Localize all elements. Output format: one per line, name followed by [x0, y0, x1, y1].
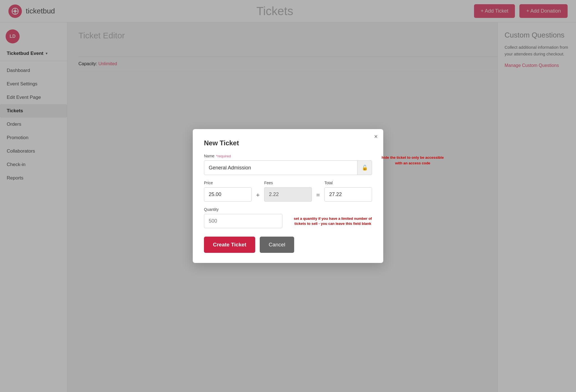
price-input[interactable]: [204, 187, 252, 202]
name-input[interactable]: [204, 161, 357, 175]
total-section: Total: [324, 181, 372, 202]
modal-actions: Create Ticket Cancel: [204, 237, 372, 253]
name-required-label: *required: [216, 154, 231, 158]
lock-annotation: hide the ticket to only be accessible wi…: [380, 155, 445, 166]
create-ticket-button[interactable]: Create Ticket: [204, 237, 255, 253]
price-fees-total-row: Price + Fees = Total: [204, 181, 372, 202]
quantity-label: Quantity: [204, 207, 372, 212]
name-input-container: 🔓 hide the ticket to only be accessible …: [204, 160, 372, 175]
name-input-wrapper: 🔓: [204, 160, 372, 175]
cancel-button[interactable]: Cancel: [260, 237, 294, 253]
new-ticket-modal: × New Ticket Name *required 🔓 hide the t…: [193, 129, 383, 263]
modal-overlay: × New Ticket Name *required 🔓 hide the t…: [0, 0, 576, 392]
quantity-annotation: set a quantity if you have a limited num…: [294, 216, 372, 226]
modal-title: New Ticket: [204, 139, 372, 147]
total-input: [324, 187, 372, 202]
name-label: Name *required: [204, 154, 372, 158]
fees-section: Fees: [264, 181, 312, 202]
modal-close-button[interactable]: ×: [374, 134, 378, 140]
lock-button[interactable]: 🔓: [357, 161, 372, 175]
fees-label: Fees: [264, 181, 312, 185]
lock-icon: 🔓: [362, 165, 368, 171]
quantity-input[interactable]: [204, 214, 282, 228]
quantity-form-group: Quantity set a quantity if you have a li…: [204, 207, 372, 228]
price-section: Price: [204, 181, 252, 202]
fees-input: [264, 187, 312, 202]
total-label: Total: [324, 181, 372, 185]
price-label: Price: [204, 181, 252, 185]
plus-symbol: +: [256, 192, 260, 199]
quantity-wrapper: set a quantity if you have a limited num…: [204, 214, 372, 228]
equals-symbol: =: [316, 192, 320, 199]
name-form-group: Name *required 🔓 hide the ticket to only…: [204, 154, 372, 175]
